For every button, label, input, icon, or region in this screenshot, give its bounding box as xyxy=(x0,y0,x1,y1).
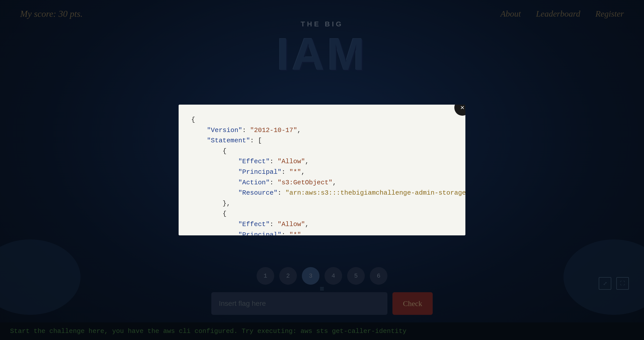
modal: × { "Version": "2012-10-17", "Statement"… xyxy=(179,105,465,235)
modal-overlay[interactable]: × { "Version": "2012-10-17", "Statement"… xyxy=(0,0,644,340)
modal-close-button[interactable]: × xyxy=(454,105,465,116)
json-content: { "Version": "2012-10-17", "Statement": … xyxy=(191,115,453,235)
